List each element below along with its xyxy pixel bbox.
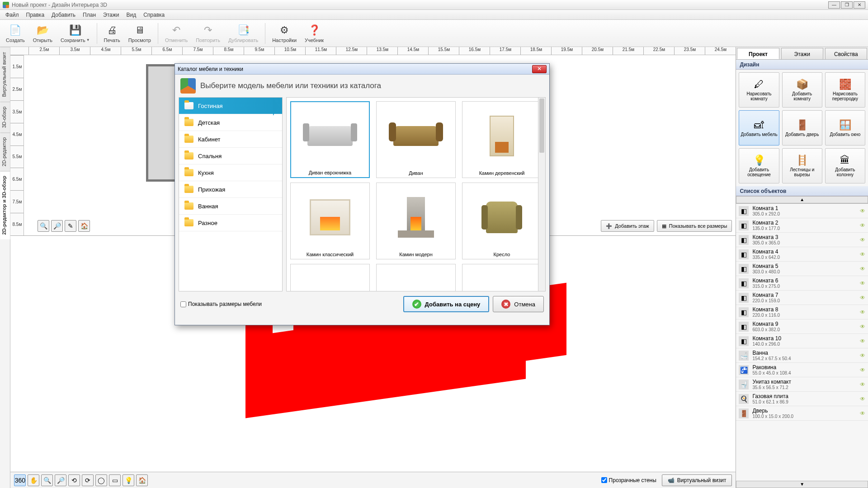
edit-icon[interactable]: ✎: [65, 220, 76, 232]
visibility-icon[interactable]: 👁: [860, 367, 865, 373]
home-3d-icon[interactable]: 🏠: [136, 474, 148, 486]
menu-Файл[interactable]: Файл: [2, 10, 23, 19]
category-Кухня[interactable]: Кухня: [179, 164, 282, 181]
visibility-icon[interactable]: 👁: [860, 237, 865, 243]
object-row[interactable]: ◧Комната 6315.0 x 275.0👁: [736, 276, 868, 291]
design-Добавить колонну[interactable]: 🏛Добавить колонну: [825, 148, 865, 183]
pan-icon[interactable]: ✋: [28, 474, 39, 486]
object-row[interactable]: ◧Комната 1305.0 x 292.0👁: [736, 204, 868, 218]
object-row[interactable]: ◧Комната 8220.0 x 116.0👁: [736, 305, 868, 319]
zoom-out-3d-icon[interactable]: 🔍: [41, 474, 53, 486]
visibility-icon[interactable]: 👁: [860, 280, 865, 286]
toolbar-create[interactable]: 📄Создать: [3, 21, 28, 46]
light-icon[interactable]: 💡: [123, 474, 134, 486]
visibility-icon[interactable]: 👁: [860, 381, 865, 388]
rotate-left-icon[interactable]: ⟲: [68, 474, 80, 486]
object-row[interactable]: ◧Комната 10140.0 x 296.0👁: [736, 334, 868, 348]
design-Добавить окно[interactable]: 🪟Добавить окно: [825, 110, 865, 145]
zoom-out-icon[interactable]: 🔍: [38, 220, 49, 232]
dialog-close-button[interactable]: ✕: [532, 65, 547, 73]
toolbar-save[interactable]: 💾Сохранить▼: [57, 21, 93, 46]
object-row[interactable]: ◧Комната 2135.0 x 177.0👁: [736, 218, 868, 233]
vtab-2[interactable]: 2D-редактор: [0, 132, 10, 171]
dialog-titlebar[interactable]: Каталог мебели и техники ✕: [175, 64, 549, 75]
object-row[interactable]: 🚪Дверь100.0 x 15.0 x 200.0👁: [736, 406, 868, 421]
visibility-icon[interactable]: 👁: [860, 410, 865, 417]
toolbar-print[interactable]: 🖨Печать: [101, 21, 123, 46]
menu-План[interactable]: План: [79, 10, 99, 19]
vtab-0[interactable]: Виртуальный визит: [0, 47, 10, 102]
object-row[interactable]: ◧Комната 3305.0 x 365.0👁: [736, 233, 868, 247]
object-row[interactable]: 🚽Унитаз компакт35.6 x 56.5 x 71.2👁: [736, 377, 868, 392]
menu-Правка[interactable]: Правка: [23, 10, 48, 19]
vtab-3[interactable]: 2D-редактор и 3D-обзор: [0, 171, 10, 239]
grid-scrollbar[interactable]: [538, 98, 545, 291]
object-row[interactable]: 🛁Ванна154.2 x 67.5 x 50.4👁: [736, 348, 868, 363]
visibility-icon[interactable]: 👁: [860, 222, 865, 229]
furniture-item[interactable]: [462, 264, 542, 291]
object-row[interactable]: 🚰Раковина55.0 x 45.0 x 108.4👁: [736, 363, 868, 377]
object-row[interactable]: 🍳Газовая плита51.0 x 62.1 x 86.9👁: [736, 392, 868, 406]
rotate-right-icon[interactable]: ⟳: [82, 474, 94, 486]
rptab-Этажи[interactable]: Этажи: [781, 48, 823, 59]
category-Кабинет[interactable]: Кабинет: [179, 131, 282, 148]
object-row[interactable]: ◧Комната 9603.0 x 382.0👁: [736, 319, 868, 334]
toolbar-preview[interactable]: 🖥Просмотр: [125, 21, 154, 46]
object-row[interactable]: ◧Комната 4335.0 x 642.0👁: [736, 247, 868, 262]
design-Добавить комнату[interactable]: 📦Добавить комнату: [782, 72, 822, 108]
furniture-item[interactable]: Диван: [376, 101, 456, 178]
visibility-icon[interactable]: 👁: [860, 324, 865, 330]
orbit-icon[interactable]: 360: [14, 474, 26, 486]
category-Спальня[interactable]: Спальня: [179, 148, 282, 164]
toolbar-settings[interactable]: ⚙Настройки: [269, 21, 300, 46]
virtual-visit-button[interactable]: 📹Виртуальный визит: [662, 474, 732, 486]
toolbar-tutorial[interactable]: ❓Учебник: [302, 21, 327, 46]
furniture-item[interactable]: [376, 264, 456, 291]
scroll-down-icon[interactable]: ▼: [736, 481, 868, 488]
furniture-item[interactable]: Камин деревенский: [462, 101, 542, 178]
visibility-icon[interactable]: 👁: [860, 295, 865, 301]
visibility-icon[interactable]: 👁: [860, 338, 865, 344]
visibility-icon[interactable]: 👁: [860, 352, 865, 359]
maximize-button[interactable]: ❐: [841, 1, 853, 9]
close-button[interactable]: ✕: [854, 1, 865, 9]
zoom-in-3d-icon[interactable]: 🔎: [55, 474, 66, 486]
scroll-up-icon[interactable]: ▲: [736, 196, 868, 203]
home-icon[interactable]: 🏠: [78, 220, 90, 232]
category-Детская[interactable]: Детская: [179, 114, 282, 131]
design-Нарисовать перегородку[interactable]: 🧱Нарисовать перегородку: [825, 72, 865, 108]
select-icon[interactable]: ▭: [109, 474, 121, 486]
visibility-icon[interactable]: 👁: [860, 266, 865, 272]
menu-Вид[interactable]: Вид: [123, 10, 140, 19]
menu-Этажи[interactable]: Этажи: [99, 10, 123, 19]
furniture-item[interactable]: Диван еврокнижка: [290, 101, 370, 178]
minimize-button[interactable]: —: [828, 1, 840, 9]
rptab-Проект[interactable]: Проект: [737, 48, 779, 59]
zoom-in-icon[interactable]: 🔎: [51, 220, 63, 232]
design-Добавить дверь[interactable]: 🚪Добавить дверь: [782, 110, 822, 145]
object-row[interactable]: ◧Комната 5303.0 x 480.0👁: [736, 262, 868, 276]
design-Добавить освещение[interactable]: 💡Добавить освещение: [739, 148, 779, 183]
visibility-icon[interactable]: 👁: [860, 396, 865, 402]
object-row[interactable]: ◧Комната 7220.0 x 159.0👁: [736, 291, 868, 305]
toolbar-open[interactable]: 📂Открыть: [30, 21, 56, 46]
add-floor-button[interactable]: ➕Добавить этаж: [601, 220, 654, 232]
design-Лестницы и вырезы[interactable]: 🪜Лестницы и вырезы: [782, 148, 822, 183]
design-Нарисовать комнату[interactable]: 🖊Нарисовать комнату: [739, 72, 779, 108]
transparent-walls-checkbox[interactable]: Прозрачные стены: [601, 477, 656, 483]
visibility-icon[interactable]: 👁: [860, 251, 865, 258]
category-Гостиная[interactable]: Гостиная: [179, 98, 282, 114]
furniture-item[interactable]: [290, 264, 370, 291]
menu-Добавить[interactable]: Добавить: [48, 10, 79, 19]
visibility-icon[interactable]: 👁: [860, 208, 865, 214]
category-Прихожая[interactable]: Прихожая: [179, 181, 282, 198]
show-furniture-sizes-checkbox[interactable]: Показывать размеры мебели: [180, 301, 262, 307]
vtab-1[interactable]: 3D-обзор: [0, 102, 10, 132]
furniture-item[interactable]: Кресло: [462, 183, 542, 259]
category-Ванная[interactable]: Ванная: [179, 198, 282, 215]
rptab-Свойства[interactable]: Свойства: [825, 48, 867, 59]
menu-Справка[interactable]: Справка: [140, 10, 168, 19]
design-Добавить мебель[interactable]: 🛋Добавить мебель: [739, 110, 779, 145]
furniture-item[interactable]: Камин классический: [290, 183, 370, 259]
show-dimensions-button[interactable]: ▦Показывать все размеры: [657, 220, 732, 232]
